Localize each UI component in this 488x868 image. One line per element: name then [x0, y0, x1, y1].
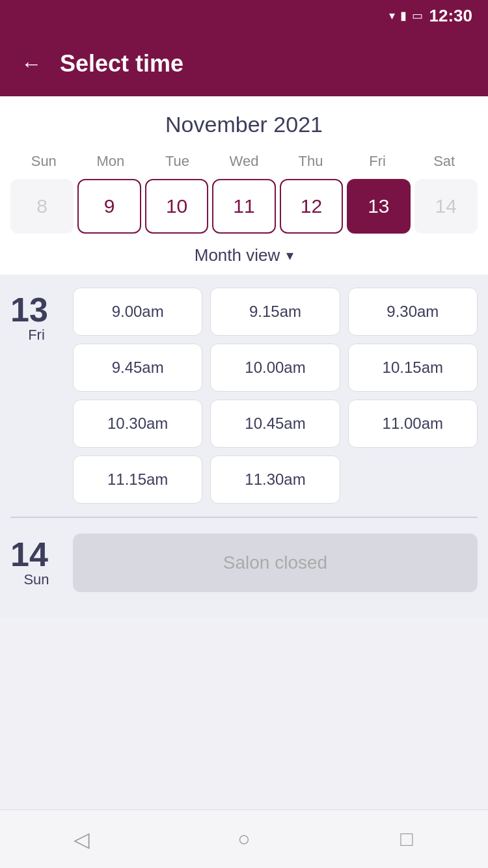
day-14-number: 14	[10, 537, 62, 571]
day-14-label: 14 Sun	[10, 537, 62, 588]
status-icons: ▾ ▮ ▭	[389, 8, 423, 23]
weekday-headers: Sun Mon Tue Wed Thu Fri Sat	[10, 150, 478, 172]
day-14: 14	[414, 179, 478, 234]
slot-1115am[interactable]: 11.15am	[73, 455, 202, 504]
day-9[interactable]: 9	[77, 179, 141, 234]
schedule-section: 13 Fri 9.00am 9.15am 9.30am 9.45am 10.00…	[0, 275, 488, 618]
weekday-mon: Mon	[77, 150, 144, 172]
day-11[interactable]: 11	[212, 179, 275, 234]
month-view-label: Month view	[195, 245, 280, 265]
nav-home-button[interactable]: ○	[224, 820, 264, 859]
day-13-number: 13	[10, 293, 62, 327]
wifi-icon: ▾	[389, 8, 395, 23]
slot-1130am[interactable]: 11.30am	[210, 455, 340, 504]
app-header: ← Select time	[0, 31, 488, 96]
page-title: Select time	[60, 50, 183, 77]
time-slots-grid-13: 9.00am 9.15am 9.30am 9.45am 10.00am 10.1…	[73, 288, 478, 504]
back-button[interactable]: ←	[21, 52, 42, 76]
day-13-schedule: 13 Fri 9.00am 9.15am 9.30am 9.45am 10.00…	[10, 288, 478, 504]
slot-1000am[interactable]: 10.00am	[210, 344, 340, 392]
slot-915am[interactable]: 9.15am	[210, 288, 340, 336]
weekday-fri: Fri	[344, 150, 411, 172]
slot-1100am[interactable]: 11.00am	[348, 400, 478, 448]
status-bar: ▾ ▮ ▭ 12:30	[0, 0, 488, 31]
nav-recent-button[interactable]: □	[387, 820, 426, 859]
nav-bar: ◁ ○ □	[0, 809, 488, 868]
signal-icon: ▮	[400, 8, 407, 23]
status-time: 12:30	[429, 6, 473, 26]
days-row: 8 9 10 11 12 13 14	[10, 179, 478, 234]
day-12[interactable]: 12	[280, 179, 343, 234]
weekday-sun: Sun	[10, 150, 77, 172]
day-13[interactable]: 13	[347, 179, 410, 234]
nav-back-button[interactable]: ◁	[62, 820, 101, 859]
weekday-wed: Wed	[211, 150, 278, 172]
day-14-schedule: 14 Sun Salon closed	[10, 534, 478, 592]
slot-1015am[interactable]: 10.15am	[348, 344, 478, 392]
salon-closed-label: Salon closed	[223, 552, 327, 573]
day-8: 8	[10, 179, 74, 234]
weekday-sat: Sat	[411, 150, 478, 172]
day-14-name: Sun	[10, 571, 62, 588]
day-divider	[10, 517, 478, 518]
slot-1045am[interactable]: 10.45am	[210, 400, 340, 448]
salon-closed-box: Salon closed	[73, 534, 478, 592]
calendar-section: November 2021 Sun Mon Tue Wed Thu Fri Sa…	[0, 96, 488, 275]
slot-945am[interactable]: 9.45am	[73, 344, 202, 392]
day-10[interactable]: 10	[145, 179, 208, 234]
weekday-tue: Tue	[144, 150, 211, 172]
day-13-label: 13 Fri	[10, 288, 62, 504]
slot-900am[interactable]: 9.00am	[73, 288, 202, 336]
chevron-down-icon: ▾	[286, 247, 293, 264]
month-view-toggle[interactable]: Month view ▾	[10, 234, 478, 275]
weekday-thu: Thu	[277, 150, 344, 172]
battery-icon: ▭	[412, 8, 423, 23]
month-title: November 2021	[10, 112, 478, 137]
slot-930am[interactable]: 9.30am	[348, 288, 478, 336]
day-13-name: Fri	[10, 327, 62, 344]
slot-1030am[interactable]: 10.30am	[73, 400, 202, 448]
